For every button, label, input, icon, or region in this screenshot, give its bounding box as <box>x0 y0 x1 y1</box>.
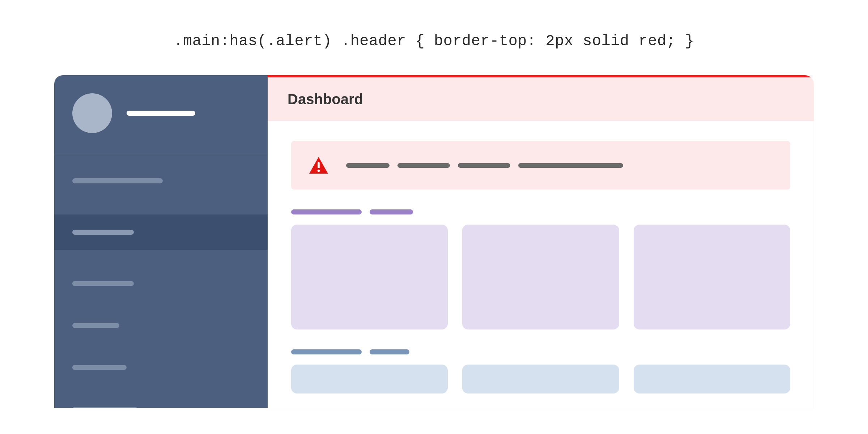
heading-placeholder <box>370 349 409 354</box>
profile-name-placeholder <box>127 111 195 116</box>
page-title: Dashboard <box>288 91 794 107</box>
sidebar-item-label-placeholder <box>72 323 119 328</box>
sidebar-item[interactable] <box>54 359 268 376</box>
sidebar-nav <box>54 155 268 408</box>
text-placeholder <box>518 163 623 168</box>
sidebar-item[interactable] <box>54 275 268 292</box>
main: Dashboard <box>268 75 814 408</box>
app-frame: Dashboard <box>54 75 814 408</box>
header: Dashboard <box>268 75 814 121</box>
section-blue <box>291 349 790 393</box>
svg-rect-0 <box>318 162 320 168</box>
css-code-caption: .main:has(.alert) .header { border-top: … <box>0 0 868 75</box>
card[interactable] <box>291 365 448 393</box>
card-row <box>291 365 790 393</box>
warning-triangle-icon <box>309 156 329 174</box>
text-placeholder <box>458 163 510 168</box>
sidebar-item-label-placeholder <box>72 281 134 286</box>
sidebar-item[interactable] <box>54 173 268 189</box>
alert-message-placeholder <box>346 163 623 168</box>
card[interactable] <box>634 365 790 393</box>
avatar <box>72 93 112 133</box>
sidebar-item-label-placeholder <box>72 178 163 183</box>
sidebar-item-label-placeholder <box>72 230 134 235</box>
sidebar-item-active[interactable] <box>54 214 268 250</box>
heading-placeholder <box>291 349 362 354</box>
card[interactable] <box>462 225 619 329</box>
heading-placeholder <box>370 209 413 214</box>
content <box>268 121 814 393</box>
sidebar <box>54 75 268 408</box>
text-placeholder <box>397 163 450 168</box>
card[interactable] <box>462 365 619 393</box>
section-heading <box>291 349 790 354</box>
card[interactable] <box>291 225 448 329</box>
text-placeholder <box>346 163 390 168</box>
sidebar-item-label-placeholder <box>72 365 127 370</box>
svg-point-1 <box>318 170 320 172</box>
card[interactable] <box>634 225 790 329</box>
sidebar-profile[interactable] <box>54 75 268 155</box>
section-heading <box>291 209 790 214</box>
heading-placeholder <box>291 209 362 214</box>
sidebar-item[interactable] <box>54 317 268 334</box>
card-row <box>291 225 790 329</box>
sidebar-item[interactable] <box>54 401 268 408</box>
alert-banner <box>291 141 790 190</box>
sidebar-item-label-placeholder <box>72 407 137 408</box>
section-purple <box>291 209 790 329</box>
